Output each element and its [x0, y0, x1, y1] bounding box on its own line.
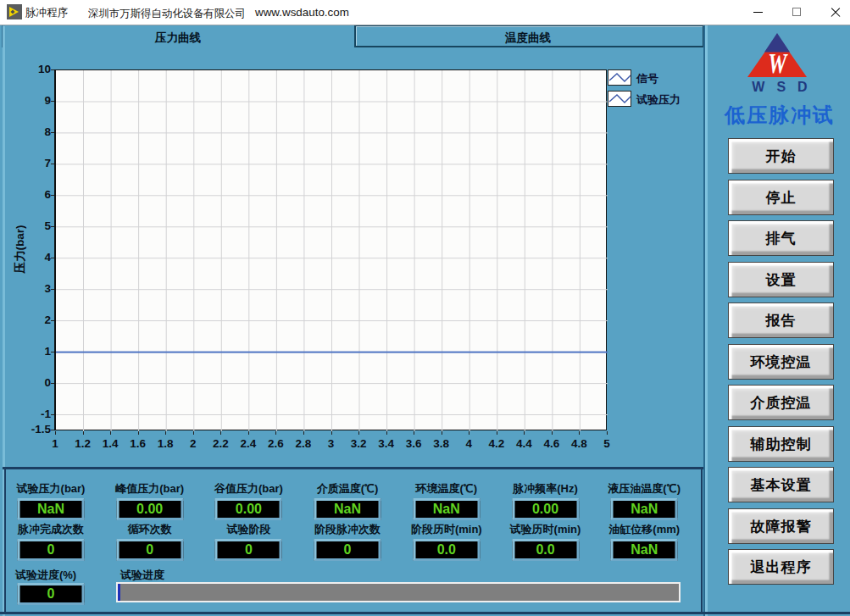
svg-text:W: W — [768, 47, 788, 79]
